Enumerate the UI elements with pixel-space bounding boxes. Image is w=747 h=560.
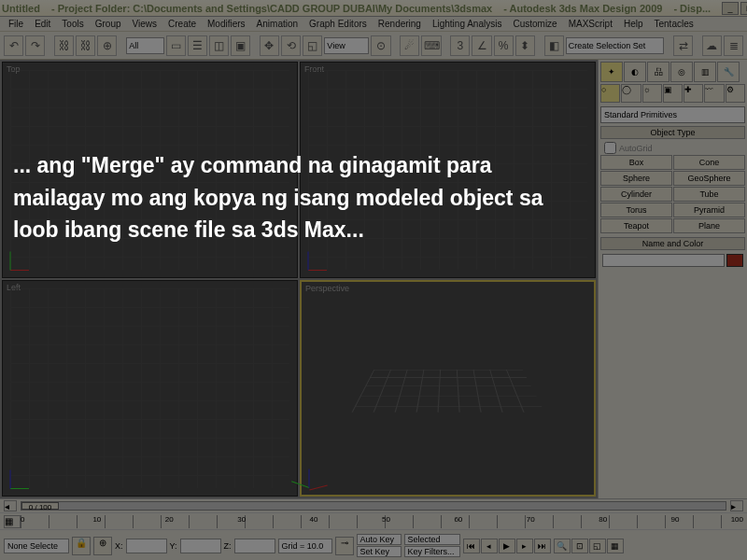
select-button[interactable]: ▭	[166, 35, 186, 56]
menu-grapheditors[interactable]: Graph Editors	[304, 18, 372, 30]
named-sel-button[interactable]: ◧	[544, 35, 564, 56]
cylinder-button[interactable]: Cylinder	[600, 187, 672, 202]
modify-tab[interactable]: ◐	[624, 62, 646, 82]
snap-spinner-button[interactable]: ⬍	[515, 35, 535, 56]
time-thumb[interactable]: 0 / 100	[21, 502, 59, 510]
create-tab[interactable]: ✦	[600, 62, 623, 82]
sphere-button[interactable]: Sphere	[600, 171, 672, 186]
geosphere-button[interactable]: GeoSphere	[673, 171, 745, 186]
utilities-tab[interactable]: 🔧	[717, 62, 740, 82]
zoom-extents-button[interactable]: ◱	[589, 539, 606, 553]
snap-percent-button[interactable]: %	[494, 35, 514, 56]
lights-icon[interactable]: ☼	[642, 84, 662, 103]
y-input[interactable]	[180, 539, 221, 553]
time-slider[interactable]: 0 / 100	[21, 501, 726, 511]
select-filter-dropdown[interactable]: All	[126, 37, 163, 54]
layers-button[interactable]: ≣	[724, 35, 743, 56]
object-name-input[interactable]	[602, 254, 725, 267]
menu-group[interactable]: Group	[91, 18, 126, 30]
motion-tab[interactable]: ◎	[670, 62, 693, 82]
pivot-button[interactable]: ⊙	[371, 35, 390, 56]
viewport-left[interactable]: Left	[2, 280, 298, 497]
menu-tentacles[interactable]: Tentacles	[650, 18, 698, 30]
select-name-button[interactable]: ☰	[188, 35, 207, 56]
name-color-rollout[interactable]: Name and Color	[600, 237, 745, 250]
menu-rendering[interactable]: Rendering	[374, 18, 426, 30]
geometry-icon[interactable]: ○	[600, 84, 620, 103]
select-region-button[interactable]: ◫	[209, 35, 229, 56]
minimize-button[interactable]: _	[722, 2, 739, 15]
viewport-perspective[interactable]: Perspective	[300, 280, 596, 497]
x-input[interactable]	[126, 539, 167, 553]
category-dropdown[interactable]: Standard Primitives	[600, 106, 745, 123]
keymode-button[interactable]: ⌨	[421, 35, 441, 56]
menu-file[interactable]: File	[4, 18, 28, 30]
play-button[interactable]: ▶	[499, 539, 515, 553]
zoom-extents-all-button[interactable]: ▦	[607, 539, 624, 553]
menu-modifiers[interactable]: Modifiers	[203, 18, 250, 30]
torus-button[interactable]: Torus	[600, 203, 672, 217]
helpers-icon[interactable]: ✚	[684, 84, 703, 103]
display-tab[interactable]: ▥	[694, 62, 716, 82]
cameras-icon[interactable]: ▣	[663, 84, 683, 103]
prev-frame-button[interactable]: ◂	[481, 539, 498, 553]
pyramid-button[interactable]: Pyramid	[673, 203, 745, 217]
menu-edit[interactable]: Edit	[30, 18, 55, 30]
zoom-all-button[interactable]: ⊡	[571, 539, 588, 553]
goto-start-button[interactable]: ⏮	[463, 539, 480, 553]
unlink-button[interactable]: ⛓	[76, 35, 95, 56]
tube-button[interactable]: Tube	[673, 187, 745, 202]
title-file: Untitled	[2, 3, 40, 14]
lock-icon[interactable]: 🔒	[72, 537, 91, 555]
menu-customize[interactable]: Customize	[508, 18, 561, 30]
mirror-button[interactable]: ⇄	[673, 35, 693, 56]
snap-3d-button[interactable]: 3	[450, 35, 470, 56]
next-frame-button[interactable]: ▸	[516, 539, 533, 553]
goto-end-button[interactable]: ⏭	[534, 539, 551, 553]
time-right-button[interactable]: ▸	[730, 500, 743, 511]
shapes-icon[interactable]: ◯	[621, 84, 641, 103]
manipulate-button[interactable]: ☄	[400, 35, 419, 56]
abs-rel-icon[interactable]: ⊕	[93, 537, 112, 555]
spacewarps-icon[interactable]: 〰	[704, 84, 724, 103]
color-swatch[interactable]	[726, 254, 743, 267]
align-button[interactable]: ☁	[702, 35, 722, 56]
autogrid-checkbox[interactable]	[604, 142, 616, 154]
named-sel-dropdown[interactable]: Create Selection Set	[566, 37, 664, 54]
systems-icon[interactable]: ⚙	[726, 84, 745, 103]
menu-help[interactable]: Help	[619, 18, 648, 30]
teapot-button[interactable]: Teapot	[600, 218, 672, 233]
menu-lighting[interactable]: Lighting Analysis	[428, 18, 507, 30]
menu-tools[interactable]: Tools	[57, 18, 88, 30]
scale-button[interactable]: ◱	[303, 35, 322, 56]
cone-button[interactable]: Cone	[673, 155, 745, 170]
key-icon[interactable]: ⊸	[335, 537, 354, 555]
autokey-button[interactable]: Auto Key	[357, 534, 402, 545]
plane-button[interactable]: Plane	[673, 218, 745, 233]
object-type-rollout[interactable]: Object Type	[600, 126, 745, 139]
zoom-button[interactable]: 🔍	[554, 539, 571, 553]
snap-angle-button[interactable]: ∠	[472, 35, 491, 56]
trackbar-toggle[interactable]: ▦	[4, 515, 21, 528]
z-input[interactable]	[234, 539, 275, 553]
time-left-button[interactable]: ◂	[4, 500, 17, 511]
undo-button[interactable]: ↶	[4, 35, 23, 56]
maximize-button[interactable]: □	[740, 2, 747, 15]
hierarchy-tab[interactable]: 品	[647, 62, 669, 82]
link-button[interactable]: ⛓	[54, 35, 74, 56]
menu-animation[interactable]: Animation	[252, 18, 303, 30]
rotate-button[interactable]: ⟲	[281, 35, 301, 56]
redo-button[interactable]: ↷	[25, 35, 45, 56]
menu-maxscript[interactable]: MAXScript	[564, 18, 617, 30]
keymode-dropdown[interactable]: Selected	[404, 534, 460, 545]
window-crossing-button[interactable]: ▣	[231, 35, 250, 56]
ref-coord-dropdown[interactable]: View	[324, 37, 369, 54]
setkey-button[interactable]: Set Key	[357, 546, 402, 557]
box-button[interactable]: Box	[600, 155, 672, 170]
track-bar[interactable]: 0 10 20 30 40 50 60 70 80 90 100	[21, 515, 743, 528]
bind-button[interactable]: ⊕	[97, 35, 117, 56]
menu-views[interactable]: Views	[128, 18, 162, 30]
keyfilters-button[interactable]: Key Filters...	[404, 546, 460, 557]
menu-create[interactable]: Create	[163, 18, 201, 30]
move-button[interactable]: ✥	[260, 35, 279, 56]
